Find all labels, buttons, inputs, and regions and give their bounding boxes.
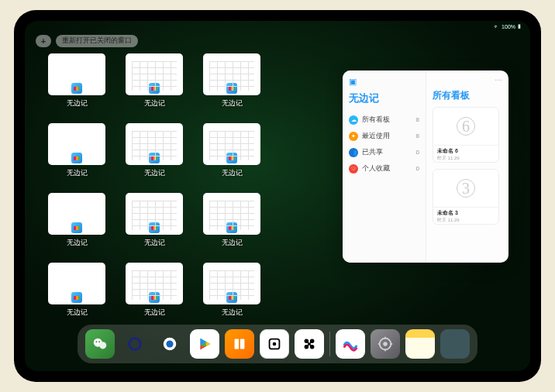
status-bar: ᯤ 100% ▮ bbox=[25, 21, 530, 32]
dock-knot-icon[interactable] bbox=[295, 329, 324, 359]
dock-folder-icon[interactable] bbox=[440, 329, 470, 359]
window-preview bbox=[126, 123, 183, 165]
svg-point-16 bbox=[383, 342, 388, 346]
window-label: 无边记 bbox=[222, 98, 243, 108]
board-card[interactable]: 6未命名 6昨天 11:29 bbox=[433, 107, 499, 163]
svg-rect-7 bbox=[235, 339, 240, 349]
freeform-app-icon bbox=[71, 222, 82, 233]
panel-sidebar: ▣ 无边记 ☁所有看板8✦最近使用8👥已共享0♡个人收藏0 bbox=[343, 70, 426, 263]
window-thumb[interactable]: 无边记 bbox=[124, 53, 184, 112]
dock bbox=[78, 325, 477, 363]
window-thumb[interactable]: 无边记 bbox=[47, 123, 107, 182]
dock-qqbrowser-icon[interactable] bbox=[155, 329, 184, 359]
freeform-app-icon bbox=[149, 222, 160, 233]
category-label: 已共享 bbox=[362, 147, 383, 157]
window-preview bbox=[48, 123, 105, 165]
category-row[interactable]: ☁所有看板8 bbox=[349, 112, 419, 128]
board-meta: 未命名 3昨天 11:29 bbox=[433, 207, 498, 225]
window-thumb[interactable]: 无边记 bbox=[202, 123, 262, 182]
window-preview bbox=[203, 53, 260, 95]
board-digit: 6 bbox=[457, 117, 475, 136]
dock-freeform-icon[interactable] bbox=[336, 329, 365, 359]
freeform-app-icon bbox=[226, 83, 237, 94]
category-label: 所有看板 bbox=[362, 115, 390, 125]
svg-point-10 bbox=[273, 342, 277, 346]
category-count: 8 bbox=[416, 116, 419, 123]
board-name: 未命名 3 bbox=[437, 209, 495, 217]
window-thumb[interactable]: 无边记 bbox=[47, 263, 107, 322]
category-count: 0 bbox=[416, 149, 419, 156]
board-digit: 3 bbox=[457, 179, 475, 198]
board-thumb: 6 bbox=[433, 108, 498, 145]
battery-icon: ▮ bbox=[518, 23, 521, 29]
dock-dice-icon[interactable] bbox=[260, 329, 289, 359]
freeform-app-icon bbox=[149, 153, 160, 163]
svg-point-2 bbox=[96, 341, 98, 342]
dock-settings-icon[interactable] bbox=[371, 329, 400, 359]
window-label: 无边记 bbox=[144, 238, 165, 248]
category-icon: ✦ bbox=[349, 132, 358, 141]
window-thumb[interactable]: 无边记 bbox=[47, 53, 107, 112]
window-thumb[interactable]: 无边记 bbox=[124, 263, 184, 322]
category-count: 0 bbox=[416, 165, 419, 172]
category-icon: 👥 bbox=[349, 148, 358, 157]
freeform-app-icon bbox=[226, 222, 237, 233]
svg-rect-8 bbox=[240, 339, 245, 349]
freeform-panel[interactable]: … ▣ 无边记 ☁所有看板8✦最近使用8👥已共享0♡个人收藏0 所有看板 6未命… bbox=[343, 70, 508, 263]
window-preview bbox=[126, 53, 183, 95]
svg-point-4 bbox=[129, 339, 141, 350]
status-right: ᯤ 100% ▮ bbox=[494, 23, 521, 29]
window-thumb[interactable]: 无边记 bbox=[202, 263, 262, 322]
window-preview bbox=[126, 193, 183, 235]
window-thumb[interactable]: 无边记 bbox=[47, 193, 107, 252]
window-label: 无边记 bbox=[67, 308, 88, 318]
freeform-app-icon bbox=[226, 292, 237, 303]
window-thumb[interactable]: 无边记 bbox=[124, 123, 184, 182]
freeform-app-icon bbox=[149, 292, 160, 303]
window-preview bbox=[126, 263, 183, 304]
category-row[interactable]: ✦最近使用8 bbox=[349, 128, 419, 144]
ipad-frame: ᯤ 100% ▮ + 重新打开已关闭的窗口 无边记无边记无边记无边记无边记无边记… bbox=[14, 10, 541, 382]
category-label: 个人收藏 bbox=[362, 163, 390, 174]
new-window-button[interactable]: + bbox=[36, 35, 51, 47]
window-preview bbox=[48, 193, 105, 235]
freeform-app-icon bbox=[71, 292, 82, 303]
reopen-closed-window-button[interactable]: 重新打开已关闭的窗口 bbox=[56, 35, 138, 47]
window-thumb[interactable]: 无边记 bbox=[202, 193, 262, 252]
window-label: 无边记 bbox=[67, 98, 88, 108]
category-row[interactable]: 👥已共享0 bbox=[349, 144, 419, 160]
dock-notes-icon[interactable] bbox=[405, 329, 435, 359]
freeform-app-icon bbox=[149, 83, 160, 94]
dock-quark-icon[interactable] bbox=[120, 329, 150, 359]
category-icon: ♡ bbox=[349, 164, 358, 174]
window-thumb[interactable]: 无边记 bbox=[124, 193, 184, 252]
svg-point-1 bbox=[99, 342, 106, 349]
svg-point-6 bbox=[166, 340, 173, 347]
window-thumb[interactable]: 无边记 bbox=[202, 53, 262, 112]
wifi-icon: ᯤ bbox=[494, 24, 499, 29]
window-label: 无边记 bbox=[67, 238, 88, 248]
window-grid: 无边记无边记无边记无边记无边记无边记无边记无边记无边记无边记无边记无边记 bbox=[47, 53, 262, 322]
window-preview bbox=[203, 263, 260, 304]
freeform-app-icon bbox=[71, 83, 82, 94]
dock-play-icon[interactable] bbox=[190, 329, 219, 359]
category-list: ☁所有看板8✦最近使用8👥已共享0♡个人收藏0 bbox=[349, 112, 419, 177]
sidebar-toggle-icon[interactable]: ▣ bbox=[349, 77, 419, 87]
panel-left-title: 无边记 bbox=[349, 91, 419, 105]
dock-wechat-icon[interactable] bbox=[85, 329, 115, 359]
window-preview bbox=[203, 123, 260, 165]
window-preview bbox=[203, 193, 260, 235]
window-label: 无边记 bbox=[144, 168, 165, 178]
panel-right-title: 所有看板 bbox=[433, 89, 502, 102]
board-meta: 未命名 6昨天 11:29 bbox=[433, 145, 498, 163]
board-card[interactable]: 3未命名 3昨天 11:29 bbox=[433, 169, 499, 225]
board-name: 未命名 6 bbox=[437, 147, 495, 155]
panel-more-button[interactable]: … bbox=[495, 74, 502, 82]
freeform-app-icon bbox=[226, 153, 237, 163]
svg-point-3 bbox=[98, 341, 100, 342]
battery-pct: 100% bbox=[502, 24, 515, 29]
dock-books-icon[interactable] bbox=[225, 329, 254, 359]
board-thumb: 3 bbox=[433, 170, 498, 207]
window-label: 无边记 bbox=[222, 168, 243, 178]
category-row[interactable]: ♡个人收藏0 bbox=[349, 160, 419, 177]
